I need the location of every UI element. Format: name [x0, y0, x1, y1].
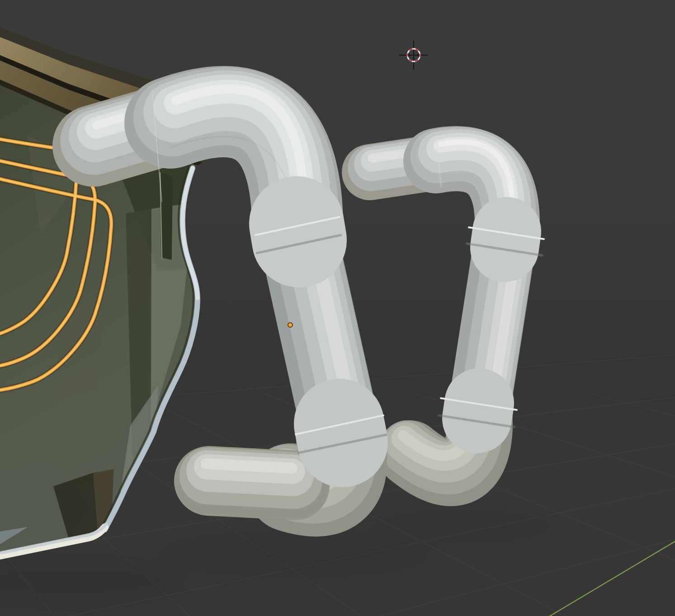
viewport-canvas[interactable] [0, 0, 675, 616]
pipe-small-upper-collar [467, 227, 544, 255]
object-origin-dot[interactable] [288, 323, 293, 327]
pipe-large-lower-arm[interactable] [206, 464, 295, 485]
pipe-large-upper-collar [255, 217, 341, 253]
pipe-small-lower-collar [439, 398, 517, 427]
pipe-large-lower-collar [296, 415, 386, 453]
viewport-3d[interactable] [0, 0, 675, 616]
